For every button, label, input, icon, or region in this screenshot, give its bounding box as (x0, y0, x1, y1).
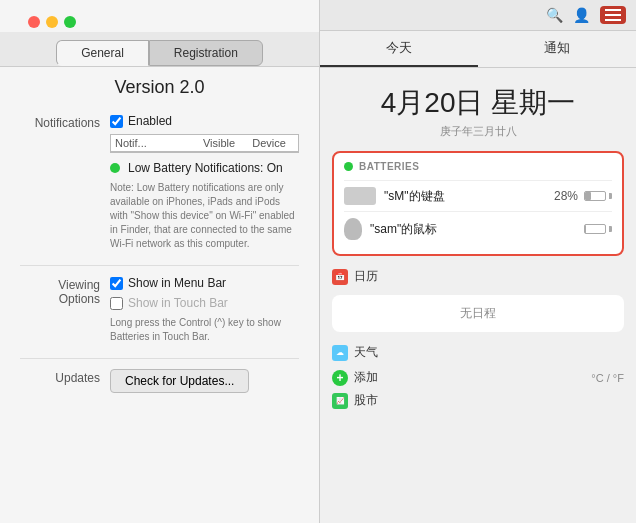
enabled-checkbox[interactable] (110, 115, 123, 128)
battery-item-keyboard: "sM"的键盘 28% (344, 180, 612, 211)
tab-bar: General Registration (0, 32, 319, 67)
show-touch-bar-row: Show in Touch Bar (110, 296, 299, 310)
batteries-widget: BATTERIES "sM"的键盘 28% "sam"的鼠标 (332, 151, 624, 256)
divider-2 (20, 358, 299, 359)
viewing-options-content: Show in Menu Bar Show in Touch Bar Long … (110, 276, 299, 344)
left-content: Version 2.0 Notifications Enabled Notif.… (0, 67, 319, 523)
mouse-bar-inner (585, 225, 586, 233)
battery-note: Note: Low Battery notifications are only… (110, 181, 299, 251)
calendar-label: 日历 (354, 268, 378, 285)
stocks-label: 股市 (354, 392, 378, 409)
tab-notifications[interactable]: 通知 (478, 31, 636, 67)
batteries-dot-icon (344, 162, 353, 171)
date-sub: 庚子年三月廿八 (320, 124, 636, 139)
left-panel: General Registration Version 2.0 Notific… (0, 0, 320, 523)
stocks-row: 📈 股市 (332, 392, 624, 409)
date-main: 4月20日 星期一 (320, 84, 636, 122)
notif-col-notif: Notif... (115, 137, 194, 149)
battery-item-mouse: "sam"的鼠标 (344, 211, 612, 246)
enabled-checkbox-row: Enabled (110, 114, 299, 128)
mouse-icon (344, 218, 362, 240)
right-topbar: 🔍 👤 (320, 0, 636, 31)
keyboard-bar-inner (585, 192, 591, 200)
divider-1 (20, 265, 299, 266)
mouse-battery-bar (584, 224, 612, 234)
maximize-button[interactable] (64, 16, 76, 28)
batteries-title: BATTERIES (359, 161, 419, 172)
updates-label: Updates (20, 369, 110, 385)
show-touch-bar-label: Show in Touch Bar (128, 296, 228, 310)
notif-table-header: Notif... Visible Device (111, 135, 298, 152)
updates-content: Check for Updates... (110, 369, 299, 393)
notif-col-visible: Visible (194, 137, 244, 149)
mouse-bar-outer (584, 224, 606, 234)
keyboard-icon (344, 187, 376, 205)
avatar-icon[interactable]: 👤 (573, 7, 590, 23)
green-dot-icon (110, 163, 120, 173)
right-panel: 🔍 👤 今天 通知 4月20日 星期一 庚子年三月廿八 BATTERIES (320, 0, 636, 523)
viewing-options-label: Viewing Options (20, 276, 110, 306)
tab-registration[interactable]: Registration (149, 40, 263, 66)
viewing-options-section: Viewing Options Show in Menu Bar Show in… (20, 276, 299, 344)
show-touch-bar-checkbox[interactable] (110, 297, 123, 310)
stocks-icon: 📈 (332, 393, 348, 409)
battery-status-row: Low Battery Notifications: On (110, 161, 299, 175)
battery-status-text: Low Battery Notifications: On (128, 161, 283, 175)
enabled-label: Enabled (128, 114, 172, 128)
keyboard-battery-bar (584, 191, 612, 201)
no-events-text: 无日程 (460, 306, 496, 320)
notif-table: Notif... Visible Device (110, 134, 299, 153)
tab-today[interactable]: 今天 (320, 31, 478, 67)
date-header: 4月20日 星期一 庚子年三月廿八 (320, 68, 636, 143)
weather-section: ☁ 天气 (332, 342, 624, 363)
no-events-box: 无日程 (332, 295, 624, 332)
add-label: 添加 (354, 369, 378, 386)
add-icon[interactable]: + (332, 370, 348, 386)
notifications-section: Notifications Enabled Notif... Visible D… (20, 114, 299, 251)
svg-rect-0 (605, 9, 621, 11)
temperature-unit: °C / °F (591, 372, 624, 384)
traffic-lights (14, 6, 305, 32)
mouse-bar-tip (609, 226, 612, 232)
version-title: Version 2.0 (20, 77, 299, 98)
svg-rect-2 (605, 19, 621, 21)
right-tabs: 今天 通知 (320, 31, 636, 68)
notif-col-device: Device (244, 137, 294, 149)
keyboard-name: "sM"的键盘 (384, 188, 554, 205)
list-menu-button[interactable] (600, 6, 626, 24)
keyboard-bar-outer (584, 191, 606, 201)
notifications-label: Notifications (20, 114, 110, 130)
show-menu-bar-label: Show in Menu Bar (128, 276, 226, 290)
batteries-header: BATTERIES (344, 161, 612, 172)
close-button[interactable] (28, 16, 40, 28)
tab-general[interactable]: General (56, 40, 149, 66)
keyboard-bar-tip (609, 193, 612, 199)
minimize-button[interactable] (46, 16, 58, 28)
weather-icon: ☁ (332, 345, 348, 361)
show-menu-bar-checkbox[interactable] (110, 277, 123, 290)
weather-label: 天气 (354, 344, 378, 361)
add-row[interactable]: + 添加 °C / °F (332, 369, 624, 386)
calendar-icon: 📅 (332, 269, 348, 285)
show-menu-bar-row: Show in Menu Bar (110, 276, 299, 290)
notifications-content: Enabled Notif... Visible Device Low Batt… (110, 114, 299, 251)
search-icon[interactable]: 🔍 (546, 7, 563, 23)
calendar-section: 📅 日历 (332, 266, 624, 287)
updates-section: Updates Check for Updates... (20, 369, 299, 393)
keyboard-percent: 28% (554, 189, 578, 203)
svg-rect-1 (605, 14, 621, 16)
touch-bar-note: Long press the Control (^) key to show B… (110, 316, 299, 344)
right-content: BATTERIES "sM"的键盘 28% "sam"的鼠标 (320, 143, 636, 523)
check-updates-button[interactable]: Check for Updates... (110, 369, 249, 393)
mouse-name: "sam"的鼠标 (370, 221, 578, 238)
